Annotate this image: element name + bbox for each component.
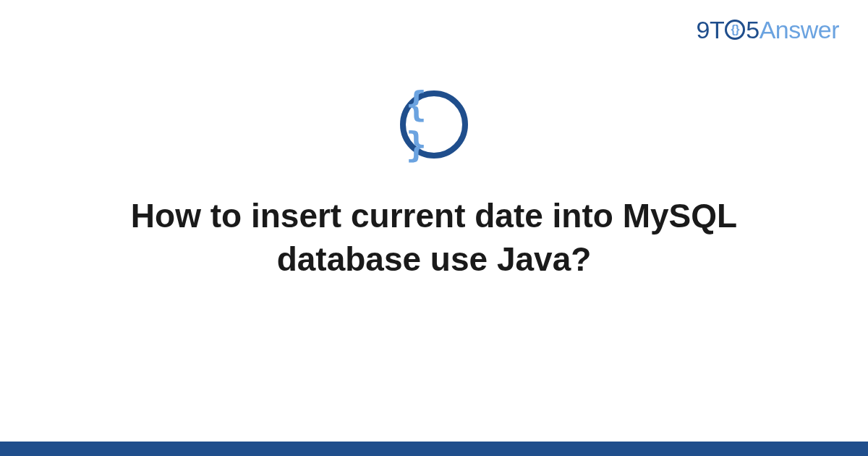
footer-accent-bar xyxy=(0,442,868,456)
brand-prefix: 9T xyxy=(697,16,725,43)
main-content: { } How to insert current date into MySQ… xyxy=(0,90,868,282)
brand-suffix: 5 xyxy=(746,16,759,43)
brand-logo: 9T{}5Answer xyxy=(697,16,839,44)
code-braces-icon: { } xyxy=(400,90,468,159)
braces-glyph: { } xyxy=(406,84,462,165)
brand-answer-text: Answer xyxy=(760,16,839,43)
brand-header: 9T{}5Answer xyxy=(697,16,839,44)
brand-circle-icon: {} xyxy=(725,20,745,40)
question-title: How to insert current date into MySQL da… xyxy=(109,195,760,282)
